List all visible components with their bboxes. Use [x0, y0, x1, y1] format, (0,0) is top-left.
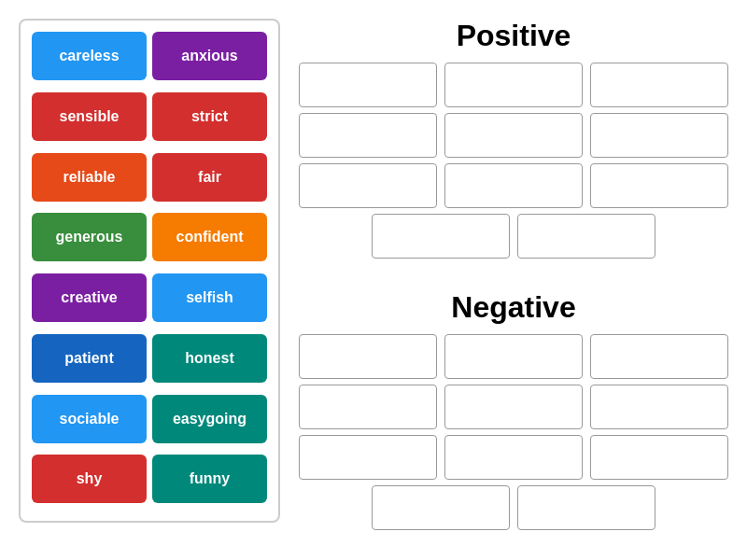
positive-row-4 — [372, 214, 655, 259]
drop-cell[interactable] — [299, 113, 437, 158]
negative-title: Negative — [299, 290, 728, 325]
word-chip-anxious[interactable]: anxious — [152, 32, 267, 80]
right-panel: Positive Negative — [299, 19, 728, 541]
word-chip-funny[interactable]: funny — [152, 455, 267, 503]
drop-cell[interactable] — [444, 163, 583, 208]
word-chip-generous[interactable]: generous — [32, 213, 147, 261]
drop-cell[interactable] — [299, 334, 437, 379]
word-chip-honest[interactable]: honest — [152, 334, 267, 383]
positive-row-2 — [299, 113, 728, 158]
drop-cell[interactable] — [372, 214, 510, 259]
word-chip-reliable[interactable]: reliable — [32, 153, 147, 202]
negative-row-4 — [372, 485, 655, 530]
negative-section: Negative — [299, 290, 728, 536]
drop-cell[interactable] — [590, 63, 728, 107]
negative-row-1 — [299, 334, 728, 379]
drop-cell[interactable] — [590, 385, 728, 429]
negative-row-3 — [299, 435, 728, 480]
positive-title: Positive — [299, 19, 728, 53]
word-chip-shy[interactable]: shy — [32, 455, 147, 503]
drop-cell[interactable] — [444, 385, 583, 429]
word-chip-strict[interactable]: strict — [152, 92, 267, 141]
word-chip-selfish[interactable]: selfish — [152, 273, 267, 322]
word-chip-sociable[interactable]: sociable — [32, 395, 147, 443]
word-bank: carelessanxioussensiblestrictreliablefai… — [19, 19, 280, 523]
word-chip-creative[interactable]: creative — [32, 273, 147, 322]
drop-cell[interactable] — [372, 485, 510, 530]
word-chip-confident[interactable]: confident — [152, 213, 267, 261]
drop-cell[interactable] — [299, 385, 437, 429]
drop-cell[interactable] — [444, 435, 583, 480]
negative-row-2 — [299, 385, 728, 429]
drop-cell[interactable] — [590, 334, 728, 379]
drop-cell[interactable] — [517, 485, 655, 530]
word-chip-careless[interactable]: careless — [32, 32, 147, 80]
drop-cell[interactable] — [590, 163, 728, 208]
word-chip-easygoing[interactable]: easygoing — [152, 395, 267, 443]
positive-row-3 — [299, 163, 728, 208]
drop-cell[interactable] — [444, 113, 583, 158]
drop-cell[interactable] — [444, 63, 583, 107]
word-chip-patient[interactable]: patient — [32, 334, 147, 383]
drop-cell[interactable] — [517, 214, 655, 259]
drop-cell[interactable] — [299, 163, 437, 208]
word-chip-sensible[interactable]: sensible — [32, 92, 147, 141]
drop-cell[interactable] — [590, 113, 728, 158]
positive-section: Positive — [299, 19, 728, 264]
word-chip-fair[interactable]: fair — [152, 153, 267, 202]
drop-cell[interactable] — [590, 435, 728, 480]
drop-cell[interactable] — [299, 435, 437, 480]
drop-cell[interactable] — [444, 334, 583, 379]
positive-row-1 — [299, 63, 728, 107]
drop-cell[interactable] — [299, 63, 437, 107]
